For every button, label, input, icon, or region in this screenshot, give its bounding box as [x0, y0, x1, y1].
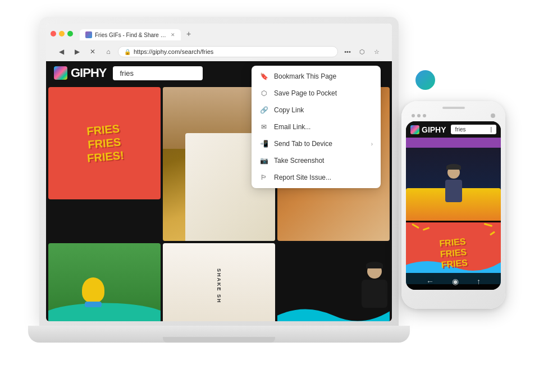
gif-cell-6[interactable]	[277, 243, 390, 321]
phone-nav-home-icon[interactable]: ◉	[452, 277, 459, 286]
browser-window-controls	[51, 31, 73, 37]
giphy-search-value: fries	[120, 69, 134, 78]
giphy-search-bar[interactable]: fries	[113, 66, 203, 80]
phone-giphy-logo-text: GIPHY	[422, 125, 446, 134]
phone-giphy-logo-icon	[410, 125, 419, 134]
context-menu-item-report[interactable]: 🏳 Report Site Issue...	[252, 169, 381, 186]
phone-front-camera	[491, 113, 495, 118]
context-menu-item-copylink[interactable]: 🔗 Copy Link	[252, 102, 381, 118]
phone-giphy-logo: GIPHY	[410, 125, 446, 134]
phone-outer: GIPHY fries |	[401, 101, 505, 309]
phone-speaker	[442, 107, 465, 109]
phone-nav-up-icon[interactable]: ↑	[477, 277, 481, 286]
phone-person-figure	[445, 166, 462, 202]
browser-tabs: Fries GIFs - Find & Share on Gi... ✕ +	[80, 27, 195, 40]
scene: Fries GIFs - Find & Share on Gi... ✕ + ◀…	[0, 0, 539, 392]
link-icon: 🔗	[259, 106, 268, 115]
giphy-logo-icon	[54, 66, 67, 80]
close-window-button[interactable]	[51, 31, 56, 37]
url-text: https://giphy.com/search/fries	[134, 48, 213, 55]
bookmark-icon: 🔖	[259, 72, 268, 81]
new-tab-button[interactable]: +	[182, 27, 195, 40]
context-menu[interactable]: 🔖 Bookmark This Page ⬡ Save Page to Pock…	[252, 66, 381, 188]
phone-search-bar[interactable]: fries |	[451, 125, 496, 134]
bookmark-star-button[interactable]: ☆	[371, 45, 383, 58]
phone-purple-banner	[406, 138, 501, 148]
email-icon: ✉	[259, 122, 268, 131]
home-button[interactable]: ⌂	[102, 45, 115, 58]
phone-nav-back-icon[interactable]: ←	[426, 277, 434, 286]
phone-camera-area	[406, 113, 501, 118]
phone-camera-dot-3	[423, 114, 426, 117]
browser-chrome: Fries GIFs - Find & Share on Gi... ✕ + ◀…	[46, 24, 392, 61]
gif-cell-1[interactable]: FRIESFRIESFRIES!	[48, 87, 161, 199]
context-menu-pocket-label: Save Page to Pocket	[274, 89, 337, 97]
context-menu-copylink-label: Copy Link	[274, 106, 304, 114]
browser-action-buttons: ••• ⬡ ☆	[341, 45, 383, 58]
phone-gif-person[interactable]	[406, 148, 501, 221]
phone-camera-dot-1	[412, 114, 415, 117]
laptop: Fries GIFs - Find & Share on Gi... ✕ + ◀…	[28, 17, 410, 343]
svg-point-0	[48, 303, 161, 321]
laptop-screen-outer: Fries GIFs - Find & Share on Gi... ✕ + ◀…	[39, 17, 399, 326]
phone-search-value: fries	[455, 126, 466, 133]
arrow-icon: ›	[371, 141, 373, 147]
browser-titlebar: Fries GIFs - Find & Share on Gi... ✕ +	[51, 27, 387, 40]
close-button[interactable]: ✕	[86, 45, 99, 58]
phone-fries-text: FRIESFRIESFRIES	[439, 236, 468, 270]
send-icon: 📲	[259, 139, 268, 148]
back-button[interactable]: ◀	[55, 45, 67, 58]
gif-cell-4[interactable]	[48, 243, 161, 321]
context-menu-item-screenshot[interactable]: 📷 Take Screenshot	[252, 152, 381, 169]
flag-icon: 🏳	[259, 173, 268, 182]
pocket-icon: ⬡	[259, 89, 268, 98]
context-menu-item-pocket[interactable]: ⬡ Save Page to Pocket	[252, 85, 381, 102]
gif-cell-5[interactable]: SHAKE SH	[163, 243, 275, 321]
giphy-logo-text: GIPHY	[71, 66, 106, 80]
context-menu-sendtab-label: Send Tab to Device	[274, 140, 332, 148]
tab-label: Fries GIFs - Find & Share on Gi...	[95, 32, 168, 38]
more-options-button[interactable]: •••	[341, 45, 354, 58]
browser-toolbar: ◀ ▶ ✕ ⌂ 🔒 https://giphy.com/search/fries…	[51, 43, 387, 61]
person-head	[447, 166, 460, 179]
phone-camera-dot-2	[417, 114, 421, 117]
phone-camera-dots	[412, 114, 426, 117]
laptop-bottom-bezel	[28, 326, 410, 343]
context-menu-item-emaillink[interactable]: ✉ Email Link...	[252, 118, 381, 135]
context-menu-report-label: Report Site Issue...	[274, 174, 331, 181]
camera-icon: 📷	[259, 156, 268, 165]
minimize-window-button[interactable]	[59, 31, 65, 37]
tab-favicon	[85, 31, 92, 38]
laptop-screen: Fries GIFs - Find & Share on Gi... ✕ + ◀…	[46, 24, 392, 321]
giphy-logo: GIPHY	[54, 66, 106, 80]
fries-text-1: FRIESFRIESFRIES!	[84, 121, 125, 165]
context-menu-item-sendtab[interactable]: 📲 Send Tab to Device ›	[252, 135, 381, 152]
phone-screen: GIPHY fries |	[406, 121, 501, 290]
pocket-button[interactable]: ⬡	[356, 45, 368, 58]
forward-button[interactable]: ▶	[71, 45, 83, 58]
browser-tab-active[interactable]: Fries GIFs - Find & Share on Gi... ✕	[80, 29, 181, 40]
phone-bottom-nav: ← ◉ ↑	[406, 273, 501, 290]
context-menu-emaillink-label: Email Link...	[274, 123, 310, 131]
maximize-window-button[interactable]	[67, 31, 73, 37]
context-menu-item-bookmark[interactable]: 🔖 Bookmark This Page	[252, 68, 381, 85]
tab-close-button[interactable]: ✕	[171, 32, 175, 38]
address-bar[interactable]: 🔒 https://giphy.com/search/fries	[118, 46, 338, 57]
ssl-lock-icon: 🔒	[124, 49, 131, 55]
phone: GIPHY fries |	[401, 101, 505, 309]
context-menu-bookmark-label: Bookmark This Page	[274, 72, 336, 80]
person-body	[445, 180, 462, 202]
laptop-stand	[163, 337, 275, 343]
phone-giphy-header: GIPHY fries |	[406, 121, 501, 138]
context-menu-screenshot-label: Take Screenshot	[274, 157, 324, 165]
person-hair	[446, 164, 461, 170]
decorative-blob	[415, 70, 435, 90]
phone-search-cursor: |	[490, 126, 492, 133]
